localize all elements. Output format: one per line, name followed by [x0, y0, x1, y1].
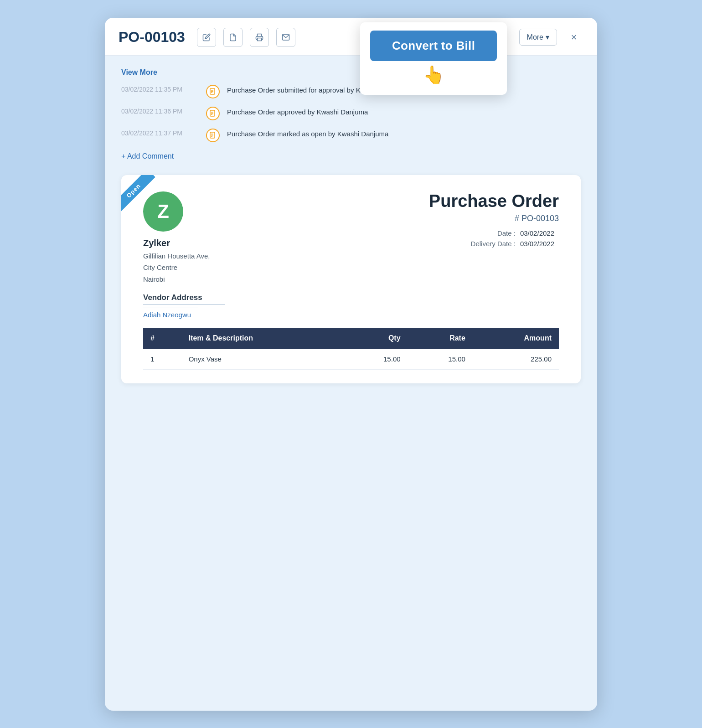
modal-header: PO-00103 Convert to Bill 👆 More ▾ × [105, 18, 597, 56]
activity-time: 03/02/2022 11:36 PM [121, 107, 199, 115]
view-more-link[interactable]: View More [121, 68, 157, 77]
activity-time: 03/02/2022 11:35 PM [121, 85, 199, 93]
modal-body: View More 03/02/2022 11:35 PM Purchase O… [105, 56, 597, 384]
list-item: 03/02/2022 11:37 PM Purchase Order marke… [121, 129, 581, 142]
po-title: PO-00103 [119, 29, 185, 46]
doc-title-area: Purchase Order # PO-00103 Date : 03/02/2… [429, 191, 559, 257]
more-label: More [527, 33, 543, 41]
svg-rect-0 [257, 38, 261, 41]
vendor-address-label: Vendor Address [143, 293, 225, 302]
vendor-name: Zylker [143, 238, 225, 248]
doc-title: Purchase Order [429, 191, 559, 211]
activity-icon [206, 85, 220, 98]
activity-icon [206, 107, 220, 120]
date-value: 03/02/2022 [520, 228, 559, 238]
vendor-info: Z Zylker Gilfilian Housetta Ave, City Ce… [143, 191, 225, 319]
vendor-contact[interactable]: Adiah Nzeogwu [143, 311, 225, 319]
items-table: # Item & Description Qty Rate Amount 1 O… [143, 328, 559, 370]
vendor-address: Gilfilian Housetta Ave, City Centre Nair… [143, 250, 225, 285]
document-icon [209, 88, 217, 95]
activity-list: 03/02/2022 11:35 PM Purchase Order submi… [121, 85, 581, 142]
document-area: Open Z Zylker Gilfilian Housetta Ave, Ci… [121, 175, 581, 384]
table-header-qty: Qty [343, 328, 408, 349]
convert-to-bill-button[interactable]: Convert to Bill [370, 31, 497, 61]
table-row: 1 Onyx Vase 15.00 15.00 225.00 [143, 349, 559, 370]
address-dividers [143, 304, 225, 308]
table-header-amount: Amount [473, 328, 559, 349]
cursor-hand-icon: 👆 [423, 65, 444, 85]
vendor-logo: Z [143, 191, 183, 232]
activity-text: Purchase Order marked as open by Kwashi … [227, 129, 388, 138]
document-icon [209, 132, 217, 139]
document-icon [209, 110, 217, 117]
activity-icon [206, 129, 220, 142]
print-icon [255, 33, 263, 41]
close-button[interactable]: × [564, 28, 583, 47]
modal-container: PO-00103 Convert to Bill 👆 More ▾ × V [105, 18, 597, 711]
table-header-num: # [143, 328, 181, 349]
list-item: 03/02/2022 11:36 PM Purchase Order appro… [121, 107, 581, 120]
date-label: Date : [471, 228, 520, 238]
date-section: Date : 03/02/2022 Delivery Date : 03/02/… [429, 228, 559, 249]
email-icon [282, 33, 290, 41]
doc-number: # PO-00103 [429, 214, 559, 223]
pdf-icon [229, 33, 237, 41]
cell-num: 1 [143, 349, 181, 370]
activity-text: Purchase Order approved by Kwashi Danjum… [227, 107, 368, 116]
email-button[interactable] [276, 28, 295, 47]
doc-header: Z Zylker Gilfilian Housetta Ave, City Ce… [143, 191, 559, 319]
table-header-item: Item & Description [181, 328, 343, 349]
cell-qty: 15.00 [343, 349, 408, 370]
delivery-date-label: Delivery Date : [471, 238, 520, 249]
activity-time: 03/02/2022 11:37 PM [121, 129, 199, 137]
edit-icon [202, 33, 211, 41]
pdf-button[interactable] [223, 28, 243, 47]
list-item: 03/02/2022 11:35 PM Purchase Order submi… [121, 85, 581, 98]
convert-to-bill-popup: Convert to Bill 👆 [360, 22, 507, 95]
print-button[interactable] [250, 28, 269, 47]
cell-description: Onyx Vase [181, 349, 343, 370]
add-comment-button[interactable]: + Add Comment [121, 150, 174, 162]
cell-amount: 225.00 [473, 349, 559, 370]
table-header-rate: Rate [408, 328, 473, 349]
chevron-down-icon: ▾ [546, 33, 549, 41]
edit-button[interactable] [197, 28, 216, 47]
delivery-date-value: 03/02/2022 [520, 238, 559, 249]
cell-rate: 15.00 [408, 349, 473, 370]
more-button[interactable]: More ▾ [519, 29, 557, 46]
